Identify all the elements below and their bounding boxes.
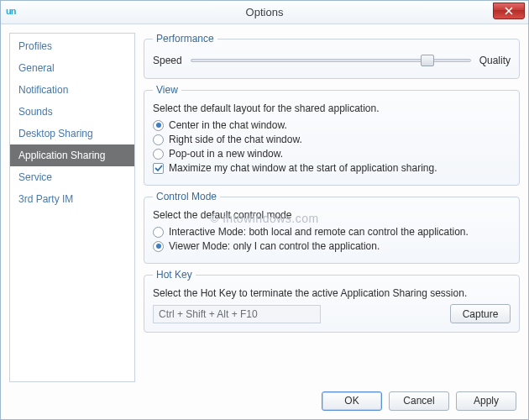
group-legend: View (153, 84, 181, 96)
view-desc: Select the default layout for the shared… (153, 102, 511, 114)
sidebar: Profiles General Notification Sounds Des… (9, 33, 135, 382)
sidebar-item-desktop-sharing[interactable]: Desktop Sharing (10, 123, 134, 144)
view-group: View Select the default layout for the s… (144, 84, 520, 186)
hotkey-input[interactable] (153, 305, 321, 323)
performance-group: Performance Speed Quality (144, 33, 520, 79)
titlebar: un Options (1, 1, 528, 24)
close-button[interactable] (493, 3, 525, 19)
dialog-footer: OK Cancel Apply (1, 382, 528, 419)
ok-button[interactable]: OK (322, 391, 382, 411)
view-option-right[interactable]: Right side of the chat window. (153, 134, 511, 145)
group-legend: Performance (153, 33, 217, 45)
option-label: Maximize my chat window at the start of … (169, 162, 437, 174)
app-logo-icon: un (6, 6, 19, 19)
control-option-interactive[interactable]: Interactive Mode: both local and remote … (153, 226, 511, 238)
option-label: Viewer Mode: only I can control the appl… (169, 240, 380, 252)
sidebar-item-label: Profiles (18, 40, 52, 52)
close-icon (505, 7, 513, 15)
option-label: Right side of the chat window. (169, 134, 302, 145)
speed-label: Speed (153, 55, 182, 66)
group-legend: Control Mode (153, 191, 220, 202)
sidebar-item-service[interactable]: Service (10, 166, 134, 188)
radio-icon (153, 241, 164, 252)
sidebar-item-general[interactable]: General (10, 57, 134, 79)
sidebar-item-label: Sounds (18, 106, 53, 118)
content-panel: Performance Speed Quality View Select th… (144, 33, 520, 382)
option-label: Interactive Mode: both local and remote … (169, 226, 469, 238)
capture-button[interactable]: Capture (450, 304, 511, 323)
apply-button[interactable]: Apply (456, 391, 516, 411)
hotkey-desc: Select the Hot Key to terminate the acti… (153, 287, 511, 299)
sidebar-item-label: Service (18, 171, 52, 183)
radio-icon (153, 149, 164, 160)
options-dialog: un Options Profiles General Notification… (0, 0, 529, 420)
radio-icon (153, 227, 164, 238)
sidebar-item-sounds[interactable]: Sounds (10, 101, 134, 123)
sidebar-item-label: General (18, 62, 55, 74)
view-option-popout[interactable]: Pop-out in a new window. (153, 148, 511, 160)
window-title: Options (1, 6, 528, 18)
view-option-center[interactable]: Center in the chat window. (153, 119, 511, 131)
radio-icon (153, 134, 164, 145)
sidebar-item-profiles[interactable]: Profiles (10, 35, 134, 57)
slider-thumb[interactable] (421, 55, 434, 66)
control-mode-desc: Select the default control mode (153, 209, 511, 221)
sidebar-item-3rd-party-im[interactable]: 3rd Party IM (10, 188, 134, 210)
option-label: Pop-out in a new window. (169, 148, 283, 160)
performance-slider[interactable] (191, 53, 471, 68)
sidebar-item-label: Notification (18, 84, 68, 96)
sidebar-item-label: Desktop Sharing (18, 128, 93, 139)
option-label: Center in the chat window. (169, 119, 287, 131)
checkbox-icon (153, 163, 164, 174)
control-mode-group: Control Mode Select the default control … (144, 191, 520, 264)
view-maximize-checkbox[interactable]: Maximize my chat window at the start of … (153, 162, 511, 174)
group-legend: Hot Key (153, 269, 196, 281)
sidebar-item-notification[interactable]: Notification (10, 79, 134, 101)
cancel-button[interactable]: Cancel (389, 391, 449, 411)
sidebar-item-application-sharing[interactable]: Application Sharing (10, 144, 134, 166)
sidebar-item-label: 3rd Party IM (18, 193, 73, 205)
quality-label: Quality (479, 55, 511, 66)
sidebar-item-label: Application Sharing (18, 150, 105, 161)
radio-icon (153, 120, 164, 131)
hotkey-group: Hot Key Select the Hot Key to terminate … (144, 269, 520, 333)
control-option-viewer[interactable]: Viewer Mode: only I can control the appl… (153, 240, 511, 252)
